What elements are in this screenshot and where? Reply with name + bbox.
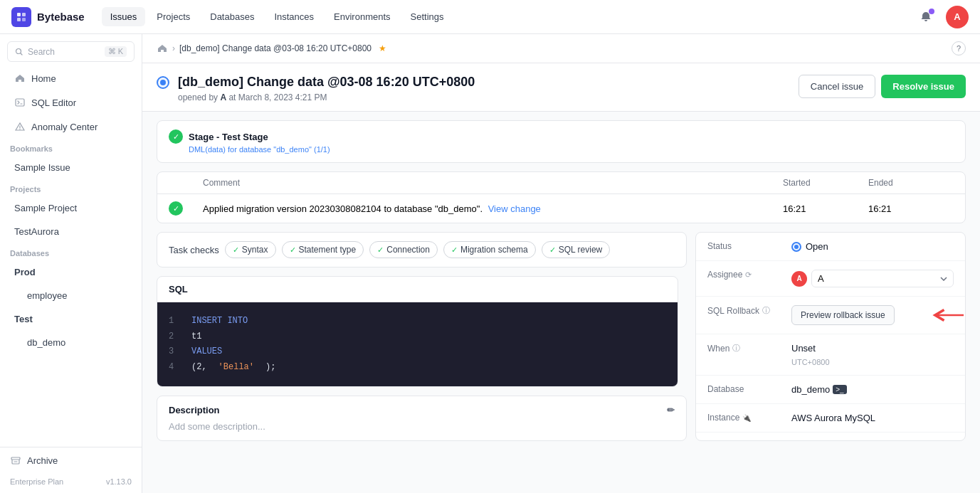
anomaly-icon bbox=[14, 121, 26, 132]
breadcrumb-current: [db_demo] Change data @03-08 16:20 UTC+0… bbox=[179, 43, 372, 53]
stage-subtitle[interactable]: DML(data) for database "db_demo" (1/1) bbox=[169, 145, 954, 154]
row-check-icon: ✓ bbox=[169, 201, 183, 216]
check-connection-label: Connection bbox=[386, 245, 430, 255]
home-breadcrumb-icon[interactable] bbox=[157, 43, 168, 54]
check-syntax-icon: ✓ bbox=[233, 245, 239, 255]
notification-bell[interactable] bbox=[915, 6, 937, 28]
check-migration-schema-label: Migration schema bbox=[460, 245, 528, 255]
search-shortcut: ⌘ K bbox=[105, 46, 127, 57]
view-change-link[interactable]: View change bbox=[488, 203, 541, 214]
stage-header: ✓ Stage - Test Stage bbox=[169, 129, 954, 144]
user-avatar[interactable]: A bbox=[946, 6, 969, 28]
sidebar-footer: Archive Enterprise Plan v1.13.0 bbox=[0, 447, 142, 493]
sidebar-item-db-demo[interactable]: db_demo bbox=[4, 332, 137, 354]
instance-value: AWS Aurora MySQL bbox=[791, 413, 875, 423]
sidebar-item-testaurora[interactable]: TestAurora bbox=[4, 221, 137, 243]
task-table: Comment Started Ended ✓ Applied migratio… bbox=[157, 171, 966, 223]
nav-item-instances[interactable]: Instances bbox=[265, 7, 322, 26]
sql-linenum-4: 4 bbox=[169, 360, 180, 376]
breadcrumb: › [db_demo] Change data @03-08 16:20 UTC… bbox=[142, 34, 980, 63]
issue-actions: Cancel issue Resolve issue bbox=[799, 75, 966, 98]
preview-rollback-button[interactable]: Preview rollback issue bbox=[791, 305, 895, 325]
check-migration-schema: ✓ Migration schema bbox=[443, 241, 536, 258]
check-sql-review: ✓ SQL review bbox=[542, 241, 611, 258]
sql-line-4: 4 (2, 'Bella' ); bbox=[169, 360, 666, 376]
sql-line-2: 2 t1 bbox=[169, 329, 666, 345]
nav-item-databases[interactable]: Databases bbox=[201, 7, 263, 26]
favorite-star-icon[interactable]: ★ bbox=[379, 43, 386, 53]
status-text: Open bbox=[806, 241, 828, 252]
sidebar-item-sql-editor[interactable]: SQL Editor bbox=[4, 91, 137, 114]
instance-label-text: Instance bbox=[707, 413, 739, 423]
sidebar-item-prod[interactable]: Prod bbox=[4, 261, 137, 283]
search-input[interactable]: Search ⌘ K bbox=[7, 41, 135, 62]
when-tz: UTC+0800 bbox=[791, 358, 830, 366]
task-checks-row: Task checks ✓ Syntax ✓ Statement type ✓ … bbox=[169, 241, 675, 258]
database-terminal-icon: >_ bbox=[833, 385, 846, 394]
stage-section: ✓ Stage - Test Stage DML(data) for datab… bbox=[157, 120, 966, 163]
left-col: Task checks ✓ Syntax ✓ Statement type ✓ … bbox=[157, 232, 687, 441]
description-label: Description bbox=[169, 405, 220, 415]
assignee-avatar: A bbox=[791, 271, 807, 287]
cancel-issue-button[interactable]: Cancel issue bbox=[799, 75, 875, 98]
logo-icon bbox=[11, 7, 31, 27]
description-placeholder[interactable]: Add some description... bbox=[169, 421, 675, 432]
rollback-label: SQL Rollback ⓘ bbox=[707, 305, 786, 316]
svg-rect-0 bbox=[17, 13, 21, 16]
when-value: Unset bbox=[791, 343, 816, 354]
when-label: When ⓘ bbox=[707, 343, 786, 354]
sql-close-paren: ); bbox=[265, 360, 275, 376]
nav-item-issues[interactable]: Issues bbox=[102, 7, 146, 26]
bookmarks-label: Bookmarks bbox=[0, 139, 142, 156]
status-open-dot-inner bbox=[794, 245, 799, 249]
svg-rect-1 bbox=[22, 13, 26, 16]
database-value: db_demo >_ bbox=[791, 384, 847, 395]
sidebar-item-archive[interactable]: Archive bbox=[0, 447, 142, 473]
sidebar-item-employee[interactable]: employee bbox=[4, 285, 137, 307]
sidebar-item-sample-project[interactable]: Sample Project bbox=[4, 197, 137, 219]
sql-bella-val: 'Bella' bbox=[218, 360, 254, 376]
nav-item-settings[interactable]: Settings bbox=[402, 7, 453, 26]
resolve-issue-button[interactable]: Resolve issue bbox=[881, 75, 966, 98]
projects-label: Projects bbox=[0, 179, 142, 196]
when-info-icon: ⓘ bbox=[732, 343, 740, 354]
row-status-icon: ✓ bbox=[169, 201, 203, 216]
when-value-wrap: Unset UTC+0800 bbox=[791, 343, 830, 366]
assignee-select[interactable]: A bbox=[811, 270, 954, 287]
sidebar-item-sample-issue[interactable]: Sample Issue bbox=[4, 157, 137, 179]
sql-insert-into: INSERT INTO bbox=[191, 314, 248, 329]
issue-meta: opened by A at March 8, 2023 4:21 PM bbox=[178, 92, 790, 102]
database-name: db_demo bbox=[791, 384, 830, 395]
sidebar-item-anomaly-center[interactable]: Anomaly Center bbox=[4, 115, 137, 138]
check-syntax-label: Syntax bbox=[242, 245, 268, 255]
db-demo-label: db_demo bbox=[27, 337, 65, 348]
sql-open-paren: (2, bbox=[191, 360, 207, 376]
instance-label: Instance 🔌 bbox=[707, 413, 786, 423]
stage-check-icon: ✓ bbox=[169, 129, 183, 144]
stage-name: Stage - Test Stage bbox=[189, 132, 268, 142]
databases-label: Databases bbox=[0, 243, 142, 260]
right-panel: Status Open Assignee ⟳ A bbox=[695, 232, 966, 441]
sidebar-home-label: Home bbox=[31, 73, 56, 84]
nav-item-projects[interactable]: Projects bbox=[148, 7, 199, 26]
sidebar-item-home[interactable]: Home bbox=[4, 67, 137, 90]
sql-panel: SQL 1 INSERT INTO 2 t1 3 VALUES bbox=[157, 276, 678, 387]
opened-at: at March 8, 2023 4:21 PM bbox=[228, 92, 327, 102]
sidebar-item-test[interactable]: Test bbox=[4, 308, 137, 330]
edit-description-icon[interactable]: ✏ bbox=[667, 405, 675, 415]
row-comment: Applied migration version 20230308082104… bbox=[203, 203, 783, 214]
description-panel: Description ✏ Add some description... bbox=[157, 396, 687, 441]
instance-icon: 🔌 bbox=[742, 414, 751, 422]
sample-project-label: Sample Project bbox=[14, 203, 77, 213]
svg-rect-6 bbox=[11, 457, 20, 460]
help-icon[interactable]: ? bbox=[952, 41, 966, 55]
testaurora-label: TestAurora bbox=[14, 226, 59, 237]
row-comment-text: Applied migration version 20230308082104… bbox=[203, 203, 483, 214]
nav-item-environments[interactable]: Environments bbox=[325, 7, 399, 26]
archive-label: Archive bbox=[27, 455, 58, 466]
opened-by-user[interactable]: A bbox=[220, 92, 226, 102]
logo: Bytebase bbox=[11, 7, 85, 27]
issue-header: [db_demo] Change data @03-08 16:20 UTC+0… bbox=[142, 63, 980, 112]
notification-dot bbox=[929, 9, 934, 14]
row-ended: 16:21 bbox=[868, 203, 954, 214]
